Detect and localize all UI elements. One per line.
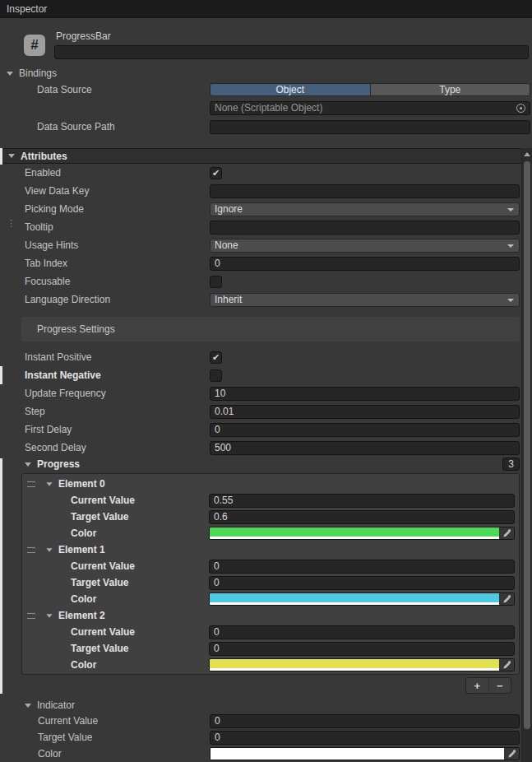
data-source-path-label: Data Source Path (37, 121, 210, 132)
data-source-object-row: None (Scriptable Object) (0, 99, 532, 117)
element-2-current-row: Current Value 0 (22, 624, 519, 640)
element-0-current-row: Current Value 0.55 (22, 492, 519, 509)
indicator-color-row: Color (0, 746, 532, 762)
progress-list-footer: + − (0, 677, 511, 694)
element-1-current-input[interactable]: 0 (209, 560, 515, 574)
alpha-bar (210, 668, 499, 671)
second-delay-input[interactable]: 500 (210, 441, 520, 455)
picking-mode-label: Picking Mode (25, 203, 210, 215)
update-frequency-input[interactable]: 10 (210, 387, 520, 401)
element-2-header[interactable]: Element 2 (22, 607, 519, 624)
drag-handle-icon[interactable] (27, 613, 35, 619)
focusable-checkbox[interactable]: ✔ (210, 276, 222, 288)
name-input[interactable] (54, 45, 529, 59)
element-0-target-input[interactable]: 0.6 (209, 510, 515, 524)
enabled-checkbox[interactable]: ✔ (210, 167, 222, 179)
data-source-tab-object[interactable]: Object (210, 84, 370, 95)
element-2-current-input[interactable]: 0 (209, 625, 515, 639)
instant-negative-checkbox[interactable]: ✔ (210, 369, 222, 382)
alpha-bar (210, 757, 504, 760)
eyedropper-icon (502, 595, 511, 604)
language-direction-dropdown[interactable]: Inherit (210, 293, 520, 307)
scroll-up-button[interactable] (522, 148, 532, 160)
tab-index-label: Tab Index (25, 258, 210, 269)
data-source-row: Data Source Object Type (0, 81, 532, 99)
indicator-label: Indicator (37, 699, 75, 711)
indicator-target-input[interactable]: 0 (210, 731, 520, 745)
eyedropper-button[interactable] (499, 659, 514, 671)
scrollbar-thumb[interactable] (524, 161, 530, 729)
element-1-color-field[interactable] (209, 592, 515, 606)
color-swatch[interactable] (210, 748, 504, 760)
data-source-object-field[interactable]: None (Scriptable Object) (210, 101, 530, 115)
component-header: # ProgressBar (0, 18, 532, 66)
progress-foldout[interactable]: Progress 3 (0, 457, 532, 472)
picking-mode-row: Picking Mode Ignore (0, 200, 532, 218)
element-0-color-row: Color (22, 525, 519, 541)
add-element-button[interactable]: + (466, 678, 488, 693)
element-1-header[interactable]: Element 1 (22, 541, 519, 558)
indicator-foldout[interactable]: Indicator (0, 698, 532, 713)
eyedropper-button[interactable] (504, 748, 519, 760)
data-source-path-input[interactable] (210, 120, 530, 134)
first-delay-row: First Delay 0 (0, 420, 532, 439)
scrollbar[interactable] (521, 148, 532, 762)
element-1-target-input[interactable]: 0 (209, 576, 515, 590)
first-delay-label: First Delay (25, 424, 210, 435)
first-delay-input[interactable]: 0 (210, 423, 520, 437)
object-picker-icon[interactable] (516, 104, 525, 113)
picking-mode-dropdown[interactable]: Ignore (210, 202, 520, 216)
enabled-row: Enabled ✔ (0, 164, 532, 182)
tab-index-input[interactable]: 0 (210, 257, 520, 271)
progress-label: Progress (37, 458, 80, 470)
attributes-section-header[interactable]: Attributes (0, 148, 532, 164)
color-swatch[interactable] (210, 527, 499, 539)
instant-positive-row: Instant Positive ✔ (0, 348, 532, 366)
step-row: Step 0.01 (0, 402, 532, 420)
element-2-color-field[interactable] (209, 658, 515, 671)
check-icon: ✔ (210, 168, 221, 179)
component-icon: # (24, 35, 45, 56)
remove-element-button[interactable]: − (488, 678, 511, 693)
focusable-row: Focusable ✔ (0, 272, 532, 290)
data-source-tab-type[interactable]: Type (370, 84, 530, 95)
chevron-down-icon (25, 704, 31, 708)
tooltip-label: Tooltip (25, 221, 210, 233)
second-delay-label: Second Delay (25, 442, 210, 453)
indicator-current-input[interactable]: 0 (210, 714, 520, 728)
usage-hints-dropdown[interactable]: None (210, 239, 520, 253)
step-input[interactable]: 0.01 (210, 405, 520, 419)
color-swatch[interactable] (210, 659, 499, 671)
element-0-header[interactable]: Element 0 (22, 476, 519, 492)
view-data-key-row: View Data Key (0, 182, 532, 200)
tooltip-input[interactable] (210, 221, 520, 235)
alpha-bar (210, 602, 499, 605)
element-0-current-input[interactable]: 0.55 (209, 494, 515, 508)
color-swatch[interactable] (210, 593, 499, 605)
bindings-foldout[interactable]: Bindings (0, 66, 532, 81)
eyedropper-button[interactable] (499, 527, 514, 539)
eyedropper-button[interactable] (499, 593, 514, 605)
usage-hints-row: Usage Hints None (0, 236, 532, 254)
drag-handle-icon[interactable] (27, 547, 35, 553)
indicator-current-label: Current Value (38, 715, 210, 727)
element-0-target-row: Target Value 0.6 (22, 509, 519, 525)
drag-handle-icon[interactable] (27, 481, 35, 487)
element-2-target-input[interactable]: 0 (209, 642, 515, 656)
progress-size-field[interactable]: 3 (502, 458, 520, 471)
second-delay-row: Second Delay 500 (0, 439, 532, 457)
indicator-color-field[interactable] (210, 747, 520, 760)
step-label: Step (25, 406, 210, 417)
data-source-path-row: Data Source Path (0, 117, 532, 137)
element-1-color-row: Color (22, 591, 519, 607)
enabled-label: Enabled (25, 167, 210, 179)
instant-positive-label: Instant Positive (25, 351, 210, 363)
instant-negative-row: Instant Negative ✔ (0, 366, 532, 384)
chevron-down-icon (46, 614, 52, 618)
instant-positive-checkbox[interactable]: ✔ (210, 351, 222, 364)
element-1-target-row: Target Value 0 (22, 574, 519, 591)
view-data-key-input[interactable] (210, 184, 520, 198)
view-data-key-label: View Data Key (25, 185, 210, 197)
chevron-down-icon (46, 548, 52, 552)
element-0-color-field[interactable] (209, 527, 515, 540)
